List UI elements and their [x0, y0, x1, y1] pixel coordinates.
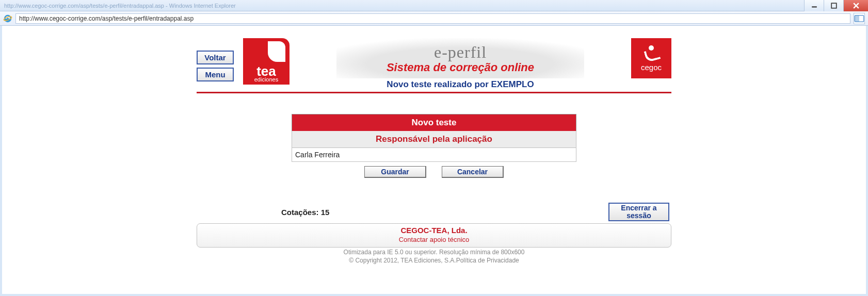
minimize-icon — [811, 3, 817, 9]
footer-company: CEGOC-TEA, Lda. — [197, 226, 671, 235]
cegoc-logo-text: cegoc — [641, 63, 662, 72]
svg-rect-1 — [831, 3, 837, 8]
cegoc-logo: cegoc — [631, 38, 671, 78]
cotacoes-label: Cotações: 15 — [281, 208, 329, 217]
close-button[interactable] — [843, 0, 868, 11]
footer-line1: Otimizada para IE 5.0 ou superior. Resol… — [197, 249, 671, 256]
footer-contact-link[interactable]: Contactar apoio técnico — [399, 236, 470, 243]
banner-subtitle-red: Sistema de correção online — [387, 61, 534, 74]
maximize-icon — [831, 3, 837, 9]
form-area: Novo teste Responsável pela aplicação Gu… — [292, 114, 576, 178]
cancel-button[interactable]: Cancelar — [442, 166, 504, 178]
responsible-field-row — [292, 148, 576, 162]
responsible-input[interactable] — [295, 151, 573, 159]
ie-icon — [3, 14, 12, 23]
footer-band: CEGOC-TEA, Lda. Contactar apoio técnico — [197, 223, 671, 248]
tea-logo-sub: ediciones — [254, 76, 278, 83]
banner-subtitle-blue: Novo teste realizado por EXEMPLO — [387, 79, 534, 90]
logout-button[interactable]: Encerrar a sessão — [608, 203, 669, 221]
tea-logo: tea ediciones — [243, 38, 290, 85]
footer-line2: © Copyright 2012, TEA Ediciones, S.A.Pol… — [197, 257, 671, 264]
divider-red — [197, 92, 671, 93]
cegoc-figure-icon — [644, 45, 659, 61]
form-buttons: Guardar Cancelar — [292, 166, 576, 178]
content-wrap: Voltar Menu tea ediciones e-perfil Siste… — [197, 38, 671, 264]
tea-logo-text: tea — [256, 66, 276, 76]
form-subtitle: Responsável pela aplicação — [292, 131, 576, 148]
window-title: http://www.cegoc-corrige.com/asp/tests/e… — [0, 3, 236, 9]
banner-bg: e-perfil Sistema de correção online — [336, 38, 584, 78]
voltar-button[interactable]: Voltar — [197, 51, 234, 64]
eperfil-title: e-perfil — [434, 43, 487, 62]
minimize-button[interactable] — [804, 0, 824, 11]
page-viewport: Voltar Menu tea ediciones e-perfil Siste… — [0, 26, 868, 296]
address-bar — [0, 11, 868, 26]
menu-button[interactable]: Menu — [197, 68, 234, 81]
save-button[interactable]: Guardar — [364, 166, 426, 178]
lower-bar: Cotações: 15 Encerrar a sessão — [197, 203, 671, 221]
window-controls — [804, 0, 868, 11]
page-header: Voltar Menu tea ediciones e-perfil Siste… — [197, 38, 671, 90]
close-icon — [853, 3, 859, 9]
window-titlebar: http://www.cegoc-corrige.com/asp/tests/e… — [0, 0, 868, 11]
banner: e-perfil Sistema de correção online Novo… — [299, 38, 622, 90]
nav-buttons: Voltar Menu — [197, 38, 234, 81]
maximize-button[interactable] — [824, 0, 843, 11]
svg-rect-7 — [855, 15, 859, 22]
form-title: Novo teste — [292, 114, 576, 131]
url-input[interactable] — [15, 13, 850, 24]
compat-view-icon[interactable] — [854, 13, 865, 24]
